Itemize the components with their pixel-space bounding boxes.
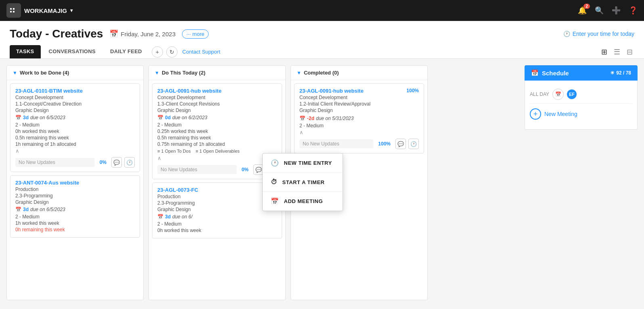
open-deliverables: ≡ 1 Open Deliverables	[196, 149, 240, 153]
notification-button[interactable]: 🔔 2	[578, 6, 587, 15]
comment-button[interactable]: 💬	[395, 139, 406, 149]
all-day-label: ALL DAY	[530, 91, 549, 97]
task-link[interactable]: 23-AGL-0101-BTIM website	[15, 88, 135, 94]
brand-name: WORKAMAJIG	[24, 7, 67, 14]
time-button[interactable]: 🕐	[408, 139, 419, 149]
schedule-header: 📅 Schedule ☀ 92 / 78	[525, 65, 638, 81]
page-header: Today - Creatives 📅 Friday, June 2, 2023…	[0, 21, 644, 59]
schedule-title: Schedule	[542, 70, 569, 77]
task-priority: 2 - Medium	[299, 123, 419, 129]
topnav-right: 🔔 2 🔍 ➕ ❓	[578, 6, 638, 15]
col-collapse-icon[interactable]: ▼	[13, 70, 17, 76]
new-time-entry-label: NEW TIME ENTRY	[284, 160, 332, 166]
new-time-entry-button[interactable]: 🕐 NEW TIME ENTRY	[263, 153, 343, 172]
contact-support-link[interactable]: Contact Support	[182, 49, 220, 55]
task-card: 23-ANT-0074-Aus website Production 2.3-P…	[10, 175, 140, 238]
comment-button[interactable]: 💬	[111, 157, 122, 168]
expand-icon[interactable]: ∧	[157, 155, 161, 161]
more-label: more	[192, 31, 205, 37]
task-footer: No New Updates 0% 💬 🕐	[157, 164, 277, 175]
svg-rect-1	[13, 8, 15, 10]
refresh-button[interactable]: ↻	[166, 46, 178, 58]
col-body-work: 23-AGL-0101-BTIM website Concept Develop…	[7, 80, 143, 300]
task-dept2: 2.3-Programming	[15, 193, 135, 199]
task-remaining: 0.5h remaining this week	[15, 135, 135, 141]
schedule-panel: 📅 Schedule ☀ 92 / 78 ALL DAY 📅 EF + New …	[525, 65, 638, 300]
task-dept1: Production	[157, 194, 277, 199]
search-button[interactable]: 🔍	[595, 6, 604, 15]
help-button[interactable]: ❓	[629, 6, 638, 15]
svg-rect-0	[10, 8, 12, 10]
brand-logo[interactable]: WORKAMAJIG ▾	[6, 3, 73, 18]
tab-conversations[interactable]: CONVERSATIONS	[42, 45, 102, 58]
date-label: Friday, June 2, 2023	[121, 31, 176, 37]
svg-rect-2	[10, 11, 12, 12]
task-dept1: Production	[15, 187, 135, 192]
task-link[interactable]: 23-AGL-0073-FC	[157, 187, 277, 193]
add-tab-button[interactable]: +	[152, 46, 163, 58]
add-button[interactable]: ➕	[612, 6, 621, 15]
all-day-icon: 📅	[552, 89, 564, 100]
pct-badge: 0%	[97, 159, 109, 166]
grid-view-button[interactable]: ⊞	[600, 47, 609, 57]
task-link[interactable]: 23-AGL-0091-hub website	[299, 88, 370, 94]
enter-time-link[interactable]: 🕐 Enter your time for today	[563, 31, 634, 37]
brand-dropdown-icon: ▾	[70, 8, 73, 13]
title-row: Today - Creatives 📅 Friday, June 2, 2023…	[10, 27, 634, 40]
col-title-work: Work to be Done (4)	[20, 70, 69, 76]
task-link[interactable]: 23-ANT-0074-Aus website	[15, 180, 135, 186]
task-remaining: 0.5h remaining this week	[157, 135, 277, 141]
due-date: due on 5/31/2023	[316, 116, 353, 121]
task-due: 📅 3d due on 6/5/2023	[15, 207, 135, 212]
task-priority: 2 - Medium	[15, 214, 135, 220]
task-link[interactable]: 23-AGL-0091-hub website	[157, 88, 277, 94]
task-dept3: Graphic Design	[15, 108, 135, 113]
list-view-button[interactable]: ☰	[612, 47, 622, 57]
tab-daily-feed[interactable]: DAILY FEED	[104, 45, 148, 58]
calendar-icon: 📅	[109, 29, 118, 38]
expand-icon[interactable]: ∧	[15, 148, 19, 154]
meeting-icon: 📅	[271, 197, 279, 205]
calendar-icon: 📅	[531, 69, 539, 77]
timer-icon: ⏱	[271, 178, 278, 186]
col-header-today: ▼ Do This Today (2)	[149, 66, 285, 80]
ef-badge: EF	[567, 89, 577, 99]
task-due: 📅 3d due on 6/5/2023	[15, 115, 135, 120]
start-timer-label: START A TIMER	[282, 179, 325, 185]
brand-icon	[6, 3, 21, 18]
due-date: due on 6/5/2023	[30, 207, 65, 212]
calendar-icon: 📅	[157, 115, 163, 120]
pct-badge: 100%	[376, 140, 393, 147]
tab-tasks[interactable]: TASKS	[10, 45, 41, 58]
clock-icon: 🕐	[271, 159, 279, 167]
task-dept2: 1.1-Concept/Creative Direction	[15, 101, 135, 107]
col-header-work: ▼ Work to be Done (4)	[7, 66, 143, 80]
open-todos: ≡ 1 Open To Dos	[157, 149, 191, 153]
pct-complete: 100%	[406, 88, 419, 93]
no-updates-label: No New Updates	[157, 165, 237, 174]
clock-icon: 🕐	[563, 31, 570, 37]
pct-badge: 0%	[239, 166, 251, 173]
time-button[interactable]: 🕐	[124, 157, 135, 168]
detail-view-button[interactable]: ⊟	[625, 47, 634, 57]
col-header-completed: ▼ Completed (0)	[291, 66, 427, 80]
col-collapse-icon[interactable]: ▼	[155, 70, 159, 76]
task-priority: 2 - Medium	[15, 122, 135, 128]
add-meeting-label: ADD MEETING	[284, 198, 323, 204]
task-allocated: 1h remaining of 1h allocated	[15, 141, 135, 147]
task-dept3: Graphic Design	[157, 108, 277, 113]
task-worked: 0h worked this week	[15, 129, 135, 134]
add-meeting-button[interactable]: 📅 ADD MEETING	[263, 192, 343, 211]
col-collapse-icon[interactable]: ▼	[297, 70, 301, 76]
start-timer-button[interactable]: ⏱ START A TIMER	[263, 173, 343, 191]
expand-icon[interactable]: ∧	[299, 129, 303, 135]
task-footer: No New Updates 100% 💬 🕐	[299, 139, 419, 149]
top-navigation: WORKAMAJIG ▾ 🔔 2 🔍 ➕ ❓	[0, 0, 644, 21]
task-due: 📅 0d due on 6/2/2023	[157, 115, 277, 120]
due-days: 3d	[23, 207, 29, 212]
more-button[interactable]: ··· more	[182, 29, 209, 39]
schedule-capacity: ☀ 92 / 78	[610, 70, 631, 76]
new-meeting-row[interactable]: + New Meeting	[530, 104, 632, 124]
due-date: due on 6/2/2023	[172, 115, 207, 120]
task-allocated: 0.75h remaining of 1h allocated	[157, 141, 277, 147]
